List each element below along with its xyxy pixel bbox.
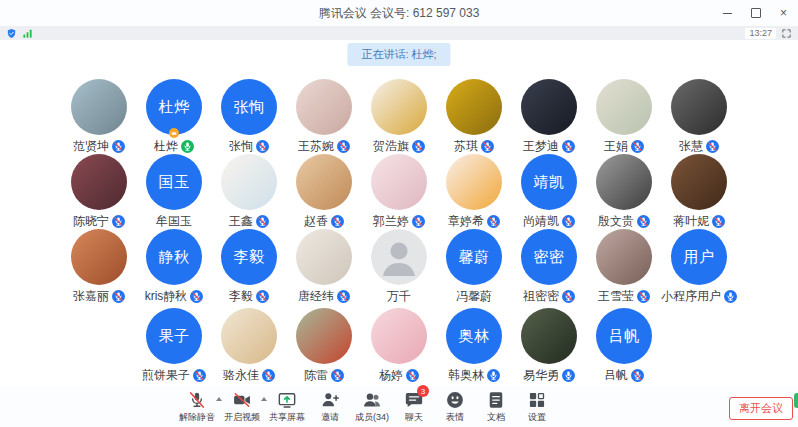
maximize-icon[interactable] xyxy=(749,7,762,20)
participant-tile[interactable]: 张恂张恂 xyxy=(212,78,287,153)
participant-row: 张嘉丽静秋kris静秋李毅李毅唐经纬万千馨蔚冯馨蔚密密祖密密王雪莹用户小程序用户 xyxy=(0,228,798,303)
participant-tile[interactable]: 李毅李毅 xyxy=(212,228,287,303)
participant-tile[interactable]: 范贤坤 xyxy=(62,78,137,153)
participant-tile[interactable]: 靖凯尚靖凯 xyxy=(512,153,587,228)
participant-row: 陈晓宁国玉牟国玉王鑫赵香郭兰婷章婷希靖凯尚靖凯殷文贵蒋叶妮 xyxy=(0,153,798,228)
participant-tile[interactable]: 唐经纬 xyxy=(287,228,362,303)
host-badge xyxy=(169,128,179,138)
participant-tile[interactable]: 陈雷 xyxy=(287,307,362,382)
toolbar-members[interactable]: 成员(34) xyxy=(355,390,389,424)
participant-tile[interactable]: 殷文贵 xyxy=(587,153,662,228)
mic-speaking-icon xyxy=(181,140,194,153)
toolbar-docs[interactable]: 文档 xyxy=(480,390,512,424)
avatar xyxy=(371,229,427,285)
participant-tile[interactable]: 王苏婉 xyxy=(287,78,362,153)
participant-tile[interactable]: 王娟 xyxy=(587,78,662,153)
participant-grid: 范贤坤杜烨杜烨张恂张恂王苏婉贺浩旗苏琪王梦迪王娟张慧陈晓宁国玉牟国玉王鑫赵香郭兰… xyxy=(0,78,798,382)
participant-tile[interactable]: 易华勇 xyxy=(512,307,587,382)
participant-name: 万千 xyxy=(387,288,411,305)
signal-icon[interactable] xyxy=(22,28,33,39)
participant-label: 吕帆 xyxy=(604,368,644,382)
participant-label: 王娟 xyxy=(604,139,644,153)
participant-tile[interactable]: 章婷希 xyxy=(437,153,512,228)
mic-muted-icon xyxy=(637,290,650,303)
participant-tile[interactable]: 万千 xyxy=(362,228,437,303)
avatar xyxy=(371,79,427,135)
mic-muted-icon xyxy=(562,215,575,228)
participant-tile[interactable]: 贺浩旗 xyxy=(362,78,437,153)
avatar xyxy=(596,79,652,135)
avatar: 静秋 xyxy=(146,229,202,285)
participant-tile[interactable]: 王梦迪 xyxy=(512,78,587,153)
toolbar-camera[interactable]: 开启视频 xyxy=(224,390,260,424)
mic-muted-icon xyxy=(412,140,425,153)
toolbar-label: 聊天 xyxy=(405,411,423,424)
mic-muted-icon xyxy=(331,369,344,382)
toolbar-chat[interactable]: 3聊天 xyxy=(398,390,430,424)
participant-tile[interactable]: 骆永佳 xyxy=(212,307,287,382)
participant-label: 张嘉丽 xyxy=(73,289,125,303)
avatar xyxy=(446,154,502,210)
participant-name: 章婷希 xyxy=(448,213,484,230)
participant-tile[interactable]: 张嘉丽 xyxy=(62,228,137,303)
participant-name: 陈雷 xyxy=(304,367,328,384)
participant-tile[interactable]: 陈晓宁 xyxy=(62,153,137,228)
avatar: 国玉 xyxy=(146,154,202,210)
participant-label: 祖密密 xyxy=(523,289,575,303)
participant-tile[interactable]: 静秋kris静秋 xyxy=(137,228,212,303)
mic-muted-icon xyxy=(412,215,425,228)
participant-name: kris静秋 xyxy=(145,288,188,305)
close-icon[interactable]: × xyxy=(777,7,790,20)
participant-name: 唐经纬 xyxy=(298,288,334,305)
participant-tile[interactable]: 苏琪 xyxy=(437,78,512,153)
participant-label: 陈晓宁 xyxy=(73,214,125,228)
toolbar-invite[interactable]: 邀请 xyxy=(314,390,346,424)
shield-icon[interactable] xyxy=(6,28,17,39)
avatar xyxy=(221,154,277,210)
participant-label: 张恂 xyxy=(229,139,269,153)
avatar xyxy=(71,154,127,210)
participant-tile[interactable]: 果子煎饼果子 xyxy=(137,307,212,382)
caret-up-icon[interactable] xyxy=(261,397,267,401)
share-screen-icon xyxy=(277,390,297,410)
toolbar-share-screen[interactable]: 共享屏幕 xyxy=(269,390,305,424)
participant-label: kris静秋 xyxy=(145,289,204,303)
toolbar-label: 共享屏幕 xyxy=(269,411,305,424)
participant-tile[interactable]: 奥林韩奥林 xyxy=(437,307,512,382)
participant-tile[interactable]: 张慧 xyxy=(662,78,737,153)
toolbar-emoji[interactable]: 表情 xyxy=(439,390,471,424)
participant-name: 陈晓宁 xyxy=(73,213,109,230)
participant-label: 王雪莹 xyxy=(598,289,650,303)
clock: 13:27 xyxy=(745,28,776,39)
participant-tile[interactable]: 王雪莹 xyxy=(587,228,662,303)
avatar xyxy=(296,154,352,210)
participant-tile[interactable]: 杜烨杜烨 xyxy=(137,78,212,153)
participant-tile[interactable]: 馨蔚冯馨蔚 xyxy=(437,228,512,303)
caret-up-icon[interactable] xyxy=(216,397,222,401)
mic-muted-icon xyxy=(331,215,344,228)
mic-muted-icon xyxy=(193,369,206,382)
participant-name: 张慧 xyxy=(679,138,703,155)
minimize-icon[interactable] xyxy=(721,7,734,20)
participant-name: 牟国玉 xyxy=(156,213,192,230)
toolbar-unmute[interactable]: 解除静音 xyxy=(179,390,215,424)
participant-tile[interactable]: 赵香 xyxy=(287,153,362,228)
participant-tile[interactable]: 杨婷 xyxy=(362,307,437,382)
participant-tile[interactable]: 密密祖密密 xyxy=(512,228,587,303)
speaking-toast: 正在讲话: 杜烨; xyxy=(347,43,450,66)
participant-tile[interactable]: 吕帆吕帆 xyxy=(587,307,662,382)
participant-tile[interactable]: 蒋叶妮 xyxy=(662,153,737,228)
participant-name: 蒋叶妮 xyxy=(673,213,709,230)
fullscreen-icon[interactable] xyxy=(781,28,792,39)
participant-tile[interactable]: 用户小程序用户 xyxy=(662,228,737,303)
participant-tile[interactable]: 郭兰婷 xyxy=(362,153,437,228)
participant-tile[interactable]: 国玉牟国玉 xyxy=(137,153,212,228)
participant-name: 祖密密 xyxy=(523,288,559,305)
avatar: 靖凯 xyxy=(521,154,577,210)
participant-tile[interactable]: 王鑫 xyxy=(212,153,287,228)
participant-label: 郭兰婷 xyxy=(373,214,425,228)
leave-meeting-button[interactable]: 离开会议 xyxy=(729,397,793,420)
toolbar-settings[interactable]: 设置 xyxy=(521,390,553,424)
participant-name: 吕帆 xyxy=(604,367,628,384)
mic-muted-icon xyxy=(337,140,350,153)
